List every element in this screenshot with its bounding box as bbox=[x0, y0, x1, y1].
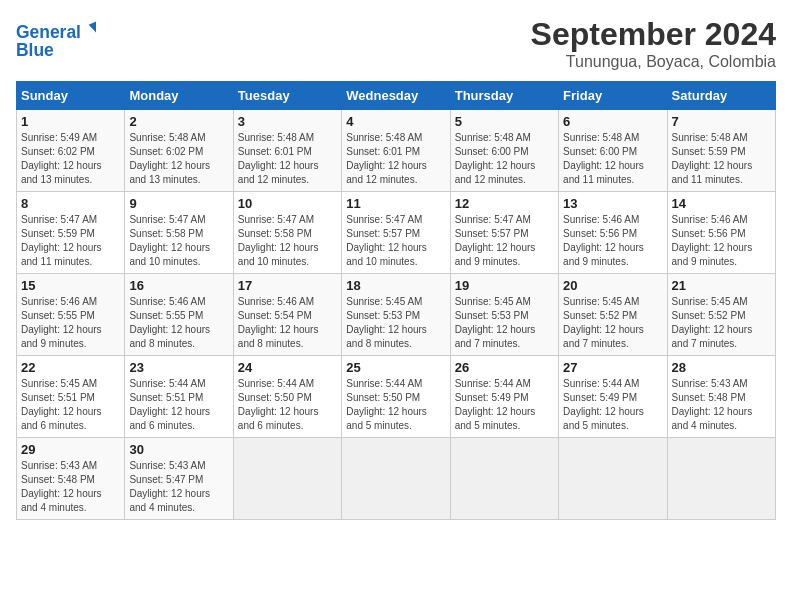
svg-text:Blue: Blue bbox=[16, 40, 54, 60]
day-number: 8 bbox=[21, 196, 120, 211]
day-number: 25 bbox=[346, 360, 445, 375]
header-day: Tuesday bbox=[233, 82, 341, 110]
day-number: 4 bbox=[346, 114, 445, 129]
day-cell: 20 Sunrise: 5:45 AMSunset: 5:52 PMDaylig… bbox=[559, 274, 667, 356]
header-day: Saturday bbox=[667, 82, 775, 110]
day-info: Sunrise: 5:45 AMSunset: 5:53 PMDaylight:… bbox=[455, 296, 536, 349]
day-info: Sunrise: 5:48 AMSunset: 6:02 PMDaylight:… bbox=[129, 132, 210, 185]
day-cell: 21 Sunrise: 5:45 AMSunset: 5:52 PMDaylig… bbox=[667, 274, 775, 356]
day-info: Sunrise: 5:46 AMSunset: 5:55 PMDaylight:… bbox=[129, 296, 210, 349]
day-number: 2 bbox=[129, 114, 228, 129]
title-area: September 2024 Tunungua, Boyaca, Colombi… bbox=[531, 16, 776, 71]
day-number: 11 bbox=[346, 196, 445, 211]
header-row: SundayMondayTuesdayWednesdayThursdayFrid… bbox=[17, 82, 776, 110]
day-info: Sunrise: 5:45 AMSunset: 5:53 PMDaylight:… bbox=[346, 296, 427, 349]
day-info: Sunrise: 5:44 AMSunset: 5:49 PMDaylight:… bbox=[455, 378, 536, 431]
week-row: 1 Sunrise: 5:49 AMSunset: 6:02 PMDayligh… bbox=[17, 110, 776, 192]
day-cell: 11 Sunrise: 5:47 AMSunset: 5:57 PMDaylig… bbox=[342, 192, 450, 274]
day-info: Sunrise: 5:47 AMSunset: 5:57 PMDaylight:… bbox=[455, 214, 536, 267]
header-day: Friday bbox=[559, 82, 667, 110]
day-number: 15 bbox=[21, 278, 120, 293]
calendar-table: SundayMondayTuesdayWednesdayThursdayFrid… bbox=[16, 81, 776, 520]
day-number: 3 bbox=[238, 114, 337, 129]
day-info: Sunrise: 5:46 AMSunset: 5:54 PMDaylight:… bbox=[238, 296, 319, 349]
day-number: 6 bbox=[563, 114, 662, 129]
day-number: 16 bbox=[129, 278, 228, 293]
day-info: Sunrise: 5:48 AMSunset: 6:01 PMDaylight:… bbox=[346, 132, 427, 185]
logo-svg: General Blue bbox=[16, 16, 96, 66]
day-number: 1 bbox=[21, 114, 120, 129]
day-cell: 10 Sunrise: 5:47 AMSunset: 5:58 PMDaylig… bbox=[233, 192, 341, 274]
day-number: 27 bbox=[563, 360, 662, 375]
day-cell: 27 Sunrise: 5:44 AMSunset: 5:49 PMDaylig… bbox=[559, 356, 667, 438]
day-cell: 17 Sunrise: 5:46 AMSunset: 5:54 PMDaylig… bbox=[233, 274, 341, 356]
day-info: Sunrise: 5:48 AMSunset: 6:00 PMDaylight:… bbox=[563, 132, 644, 185]
day-info: Sunrise: 5:48 AMSunset: 5:59 PMDaylight:… bbox=[672, 132, 753, 185]
day-number: 22 bbox=[21, 360, 120, 375]
day-cell: 12 Sunrise: 5:47 AMSunset: 5:57 PMDaylig… bbox=[450, 192, 558, 274]
day-number: 14 bbox=[672, 196, 771, 211]
day-number: 19 bbox=[455, 278, 554, 293]
day-info: Sunrise: 5:48 AMSunset: 6:01 PMDaylight:… bbox=[238, 132, 319, 185]
day-cell: 18 Sunrise: 5:45 AMSunset: 5:53 PMDaylig… bbox=[342, 274, 450, 356]
day-info: Sunrise: 5:47 AMSunset: 5:58 PMDaylight:… bbox=[129, 214, 210, 267]
day-cell: 30 Sunrise: 5:43 AMSunset: 5:47 PMDaylig… bbox=[125, 438, 233, 520]
day-number: 20 bbox=[563, 278, 662, 293]
day-number: 24 bbox=[238, 360, 337, 375]
day-info: Sunrise: 5:44 AMSunset: 5:49 PMDaylight:… bbox=[563, 378, 644, 431]
week-row: 15 Sunrise: 5:46 AMSunset: 5:55 PMDaylig… bbox=[17, 274, 776, 356]
day-cell bbox=[450, 438, 558, 520]
day-cell: 26 Sunrise: 5:44 AMSunset: 5:49 PMDaylig… bbox=[450, 356, 558, 438]
day-cell: 5 Sunrise: 5:48 AMSunset: 6:00 PMDayligh… bbox=[450, 110, 558, 192]
header-day: Wednesday bbox=[342, 82, 450, 110]
day-cell: 2 Sunrise: 5:48 AMSunset: 6:02 PMDayligh… bbox=[125, 110, 233, 192]
logo: General Blue bbox=[16, 16, 96, 66]
header-day: Sunday bbox=[17, 82, 125, 110]
day-info: Sunrise: 5:43 AMSunset: 5:48 PMDaylight:… bbox=[21, 460, 102, 513]
day-cell: 28 Sunrise: 5:43 AMSunset: 5:48 PMDaylig… bbox=[667, 356, 775, 438]
day-info: Sunrise: 5:46 AMSunset: 5:55 PMDaylight:… bbox=[21, 296, 102, 349]
day-info: Sunrise: 5:47 AMSunset: 5:58 PMDaylight:… bbox=[238, 214, 319, 267]
day-cell: 15 Sunrise: 5:46 AMSunset: 5:55 PMDaylig… bbox=[17, 274, 125, 356]
header-day: Thursday bbox=[450, 82, 558, 110]
day-cell: 9 Sunrise: 5:47 AMSunset: 5:58 PMDayligh… bbox=[125, 192, 233, 274]
day-cell: 14 Sunrise: 5:46 AMSunset: 5:56 PMDaylig… bbox=[667, 192, 775, 274]
day-cell: 3 Sunrise: 5:48 AMSunset: 6:01 PMDayligh… bbox=[233, 110, 341, 192]
day-cell: 8 Sunrise: 5:47 AMSunset: 5:59 PMDayligh… bbox=[17, 192, 125, 274]
day-number: 5 bbox=[455, 114, 554, 129]
day-info: Sunrise: 5:44 AMSunset: 5:50 PMDaylight:… bbox=[238, 378, 319, 431]
day-info: Sunrise: 5:45 AMSunset: 5:52 PMDaylight:… bbox=[672, 296, 753, 349]
day-number: 29 bbox=[21, 442, 120, 457]
day-cell: 1 Sunrise: 5:49 AMSunset: 6:02 PMDayligh… bbox=[17, 110, 125, 192]
day-number: 13 bbox=[563, 196, 662, 211]
day-number: 10 bbox=[238, 196, 337, 211]
week-row: 29 Sunrise: 5:43 AMSunset: 5:48 PMDaylig… bbox=[17, 438, 776, 520]
day-info: Sunrise: 5:44 AMSunset: 5:51 PMDaylight:… bbox=[129, 378, 210, 431]
day-info: Sunrise: 5:48 AMSunset: 6:00 PMDaylight:… bbox=[455, 132, 536, 185]
day-number: 21 bbox=[672, 278, 771, 293]
day-cell: 4 Sunrise: 5:48 AMSunset: 6:01 PMDayligh… bbox=[342, 110, 450, 192]
day-cell: 22 Sunrise: 5:45 AMSunset: 5:51 PMDaylig… bbox=[17, 356, 125, 438]
day-number: 7 bbox=[672, 114, 771, 129]
day-number: 30 bbox=[129, 442, 228, 457]
week-row: 8 Sunrise: 5:47 AMSunset: 5:59 PMDayligh… bbox=[17, 192, 776, 274]
day-cell: 6 Sunrise: 5:48 AMSunset: 6:00 PMDayligh… bbox=[559, 110, 667, 192]
day-cell: 13 Sunrise: 5:46 AMSunset: 5:56 PMDaylig… bbox=[559, 192, 667, 274]
svg-marker-2 bbox=[89, 21, 96, 34]
day-cell: 7 Sunrise: 5:48 AMSunset: 5:59 PMDayligh… bbox=[667, 110, 775, 192]
week-row: 22 Sunrise: 5:45 AMSunset: 5:51 PMDaylig… bbox=[17, 356, 776, 438]
day-number: 9 bbox=[129, 196, 228, 211]
day-cell bbox=[233, 438, 341, 520]
day-cell bbox=[559, 438, 667, 520]
day-cell: 23 Sunrise: 5:44 AMSunset: 5:51 PMDaylig… bbox=[125, 356, 233, 438]
location: Tunungua, Boyaca, Colombia bbox=[531, 53, 776, 71]
day-number: 17 bbox=[238, 278, 337, 293]
page-header: General Blue September 2024 Tunungua, Bo… bbox=[16, 16, 776, 71]
header-day: Monday bbox=[125, 82, 233, 110]
day-info: Sunrise: 5:43 AMSunset: 5:47 PMDaylight:… bbox=[129, 460, 210, 513]
day-info: Sunrise: 5:47 AMSunset: 5:57 PMDaylight:… bbox=[346, 214, 427, 267]
day-number: 18 bbox=[346, 278, 445, 293]
day-info: Sunrise: 5:49 AMSunset: 6:02 PMDaylight:… bbox=[21, 132, 102, 185]
day-cell: 19 Sunrise: 5:45 AMSunset: 5:53 PMDaylig… bbox=[450, 274, 558, 356]
day-info: Sunrise: 5:45 AMSunset: 5:51 PMDaylight:… bbox=[21, 378, 102, 431]
